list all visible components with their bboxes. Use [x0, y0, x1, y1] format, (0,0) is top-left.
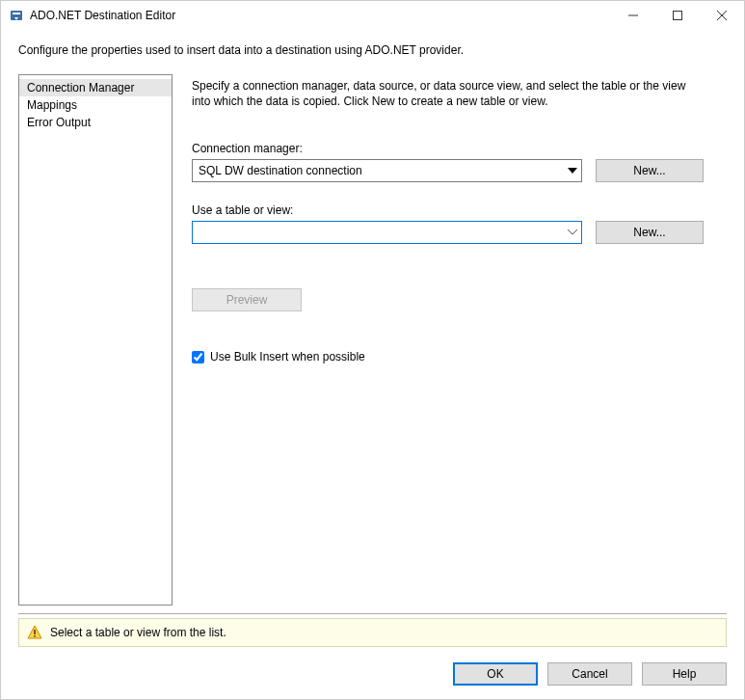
main-area: Connection Manager Mappings Error Output… — [1, 74, 744, 613]
bulk-insert-label: Use Bulk Insert when possible — [210, 350, 365, 363]
help-button[interactable]: Help — [642, 662, 727, 686]
connection-manager-dropdown[interactable]: SQL DW destination connection — [192, 159, 582, 182]
sidebar-item-connection-manager[interactable]: Connection Manager — [19, 79, 172, 96]
title-bar: ADO.NET Destination Editor — [1, 1, 744, 30]
preview-button: Preview — [192, 288, 302, 311]
chevron-down-icon — [564, 222, 581, 243]
bulk-insert-row: Use Bulk Insert when possible — [192, 350, 704, 363]
page-description: Configure the properties used to insert … — [1, 30, 744, 74]
table-view-combobox[interactable] — [192, 221, 582, 244]
table-view-input[interactable] — [193, 222, 564, 243]
table-label: Use a table or view: — [192, 203, 704, 217]
window-title: ADO.NET Destination Editor — [30, 9, 611, 22]
sidebar-item-mappings[interactable]: Mappings — [19, 96, 172, 114]
minimize-button[interactable] — [611, 1, 655, 30]
svg-rect-1 — [13, 13, 20, 14]
connection-manager-label: Connection manager: — [192, 142, 704, 155]
chevron-down-icon — [564, 160, 581, 181]
status-message: Select a table or view from the list. — [50, 626, 226, 639]
close-button[interactable] — [700, 1, 744, 30]
sidebar-item-error-output[interactable]: Error Output — [19, 114, 172, 131]
maximize-button[interactable] — [655, 1, 700, 30]
status-strip: Select a table or view from the list. — [18, 613, 727, 647]
instruction-text: Specify a connection manager, data sourc… — [192, 78, 704, 109]
bulk-insert-checkbox[interactable] — [192, 351, 204, 363]
warning-icon — [27, 625, 42, 640]
cancel-button[interactable]: Cancel — [547, 662, 632, 686]
svg-rect-3 — [674, 12, 682, 20]
app-icon — [9, 8, 24, 23]
sidebar-item-label: Connection Manager — [27, 81, 134, 94]
content-panel: Specify a connection manager, data sourc… — [186, 74, 727, 606]
ok-button[interactable]: OK — [453, 662, 538, 686]
new-table-button[interactable]: New... — [596, 221, 704, 244]
sidebar-item-label: Mappings — [27, 98, 77, 112]
new-connection-button[interactable]: New... — [596, 159, 704, 182]
svg-rect-6 — [34, 630, 36, 634]
sidebar: Connection Manager Mappings Error Output — [18, 74, 173, 606]
connection-manager-value: SQL DW destination connection — [193, 164, 564, 177]
svg-rect-7 — [34, 635, 36, 637]
sidebar-item-label: Error Output — [27, 116, 91, 129]
status-bar: Select a table or view from the list. — [18, 618, 727, 647]
footer: OK Cancel Help — [1, 657, 744, 699]
